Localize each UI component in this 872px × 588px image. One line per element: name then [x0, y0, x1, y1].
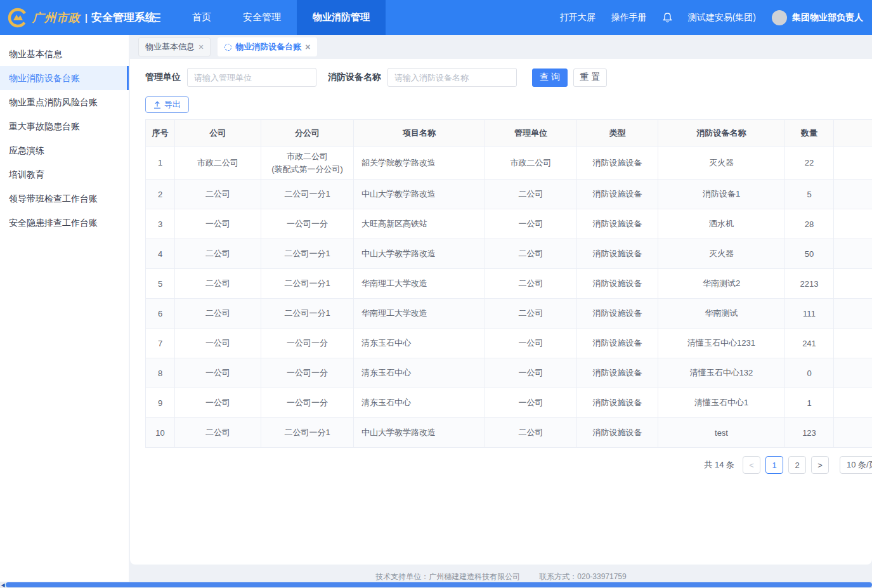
page-number-button[interactable]: 2	[788, 456, 806, 474]
page-tab[interactable]: 物业消防设备台账 ×	[218, 37, 317, 56]
cell-branch: 市政二公司 (装配式第一分公司)	[261, 147, 354, 180]
cell-index: 8	[146, 358, 175, 388]
col-header-branch: 分公司	[261, 120, 354, 147]
cell-type: 消防设施设备	[577, 418, 658, 448]
cell-index: 4	[146, 239, 175, 269]
sidebar-item[interactable]: 物业基本信息	[0, 42, 129, 66]
scrollbar-left-arrow-icon[interactable]: ◀	[0, 582, 6, 588]
org-switcher[interactable]: 测试建安易(集团)	[688, 12, 756, 23]
cell-extra	[834, 180, 872, 209]
cell-index: 10	[146, 418, 175, 448]
scrollbar-thumb[interactable]	[6, 582, 872, 587]
page-number-button[interactable]: 1	[765, 456, 783, 474]
cell-extra	[834, 239, 872, 269]
top-nav-item[interactable]: 首页	[176, 0, 227, 35]
unit-filter-label: 管理单位	[145, 72, 181, 83]
table-row: 5 二公司 二公司一分1 华南理工大学改造 二公司 消防设施设备 华南测试2 2…	[146, 269, 872, 299]
table-row: 10 二公司 二公司一分1 中山大学教学路改造 二公司 消防设施设备 test …	[146, 418, 872, 448]
cell-branch: 二公司一分1	[261, 180, 354, 209]
prev-page-button[interactable]: <	[743, 456, 760, 474]
table-header-row: 序号 公司 分公司 项目名称 管理单位 类型 消防设备名称 数量	[146, 120, 872, 147]
app-title: 安全管理系统	[91, 10, 156, 25]
page: { "header": { "logo_text": "广州市政", "logo…	[0, 0, 872, 588]
top-nav-item-label: 物业消防管理	[313, 11, 370, 23]
sidebar-item-label: 物业重点消防风险台账	[9, 97, 98, 107]
main-area: 物业基本信息 × 物业消防设备台账 × 管理单位 消防设备名称 查 询 重 置	[129, 35, 872, 588]
cell-project: 华南理工大学改造	[354, 299, 485, 329]
unit-filter-input[interactable]	[187, 68, 316, 87]
notification-bell-icon[interactable]	[663, 12, 672, 23]
cell-index: 2	[146, 180, 175, 209]
cell-unit: 二公司	[485, 180, 577, 209]
cell-type: 消防设施设备	[577, 388, 658, 418]
horizontal-scrollbar: ◀	[0, 582, 872, 588]
cell-device: 清懂玉石中心1231	[658, 329, 785, 358]
search-button[interactable]: 查 询	[532, 69, 568, 87]
menu-fold-icon[interactable]	[150, 13, 160, 22]
cell-extra	[834, 269, 872, 299]
cell-company: 二公司	[175, 239, 261, 269]
table-row: 7 一公司 一公司一分 清东玉石中心 一公司 消防设施设备 清懂玉石中心1231…	[146, 329, 872, 358]
reset-button[interactable]: 重 置	[573, 69, 607, 87]
cell-company: 一公司	[175, 388, 261, 418]
manual-link[interactable]: 操作手册	[611, 12, 647, 23]
cell-quantity: 28	[785, 209, 834, 239]
cell-quantity: 123	[785, 418, 834, 448]
sync-icon	[225, 44, 231, 51]
cell-device: 华南测试	[658, 299, 785, 329]
cell-type: 消防设施设备	[577, 358, 658, 388]
top-nav-item[interactable]: 安全管理	[227, 0, 297, 35]
cell-index: 9	[146, 388, 175, 418]
top-nav-item[interactable]: 物业消防管理	[297, 0, 386, 35]
sidebar-item-label: 重大事故隐患台账	[9, 121, 80, 131]
sidebar-item-label: 安全隐患排查工作台账	[9, 218, 98, 228]
col-header-device: 消防设备名称	[658, 120, 785, 147]
col-header-project: 项目名称	[354, 120, 485, 147]
sidebar-item[interactable]: 应急演练	[0, 138, 129, 162]
sidebar-item[interactable]: 物业消防设备台账	[0, 66, 129, 90]
tab-close-icon[interactable]: ×	[198, 42, 204, 51]
page-tab[interactable]: 物业基本信息 ×	[138, 37, 211, 56]
table-row: 2 二公司 二公司一分1 中山大学教学路改造 二公司 消防设施设备 消防设备1 …	[146, 180, 872, 209]
page-size-select[interactable]: 10 条/页	[840, 456, 872, 474]
cell-extra	[834, 329, 872, 358]
cell-index: 3	[146, 209, 175, 239]
cell-extra	[834, 299, 872, 329]
sidebar-item[interactable]: 安全隐患排查工作台账	[0, 211, 129, 235]
cell-extra	[834, 418, 872, 448]
col-header-index: 序号	[146, 120, 175, 147]
device-filter-input[interactable]	[387, 68, 517, 87]
cell-device: 华南测试2	[658, 269, 785, 299]
cell-type: 消防设施设备	[577, 299, 658, 329]
cell-company: 一公司	[175, 358, 261, 388]
avatar	[772, 10, 787, 25]
top-nav-item-label: 首页	[192, 11, 211, 23]
sidebar-item-label: 应急演练	[9, 145, 44, 155]
sidebar-item[interactable]: 培训教育	[0, 162, 129, 186]
sidebar-item-label: 领导带班检查工作台账	[9, 193, 98, 204]
cell-device: 灭火器	[658, 239, 785, 269]
cell-company: 二公司	[175, 418, 261, 448]
sidebar-item-label: 物业消防设备台账	[9, 73, 80, 83]
next-page-button[interactable]: >	[811, 456, 829, 474]
cell-quantity: 5	[785, 180, 834, 209]
sidebar: 物业基本信息 物业消防设备台账 物业重点消防风险台账 重大事故隐患台账 应急演练…	[0, 35, 129, 588]
sidebar-item[interactable]: 物业重点消防风险台账	[0, 90, 129, 114]
cell-device: 灭火器	[658, 147, 785, 180]
tab-close-icon[interactable]: ×	[305, 42, 310, 51]
export-button[interactable]: 导出	[145, 96, 189, 113]
open-big-screen-link[interactable]: 打开大屏	[560, 12, 595, 23]
top-nav: 首页 安全管理 物业消防管理	[176, 0, 386, 35]
cell-unit: 二公司	[485, 269, 577, 299]
user-menu[interactable]: 集团物业部负责人	[772, 10, 863, 25]
table-row: 4 二公司 二公司一分1 中山大学教学路改造 二公司 消防设施设备 灭火器 50	[146, 239, 872, 269]
user-name: 集团物业部负责人	[792, 12, 863, 23]
table-row: 8 一公司 一公司一分 清东玉石中心 一公司 消防设施设备 清懂玉石中心132 …	[146, 358, 872, 388]
sidebar-item[interactable]: 领导带班检查工作台账	[0, 186, 129, 211]
cell-unit: 一公司	[485, 329, 577, 358]
sidebar-item[interactable]: 重大事故隐患台账	[0, 114, 129, 138]
filter-row: 管理单位 消防设备名称 查 询 重 置	[145, 68, 872, 87]
cell-unit: 一公司	[485, 209, 577, 239]
cell-branch: 二公司一分1	[261, 418, 354, 448]
cell-index: 5	[146, 269, 175, 299]
